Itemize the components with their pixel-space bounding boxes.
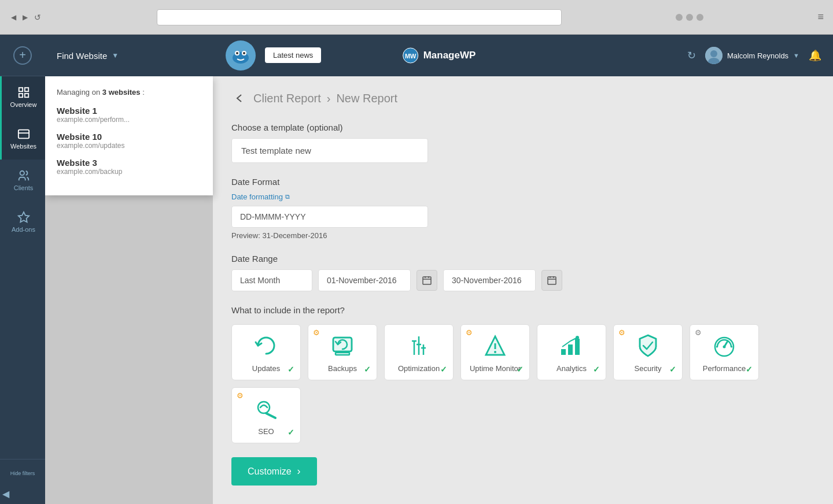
user-chevron-icon: ▼ [793,52,799,59]
site-1-name: Website 1 [57,106,201,116]
svg-rect-1 [24,88,28,91]
date-format-link[interactable]: Date formatting ⧉ [231,192,814,201]
date-range-section-label: Date Range [231,254,814,264]
find-website-label: Find Website [57,51,107,61]
sync-icon[interactable]: ↻ [687,49,696,62]
optimization-label: Optimization [398,364,440,373]
sidebar-label-addons: Add-ons [12,226,35,233]
svg-marker-7 [18,212,28,222]
report-item-seo[interactable]: ⚙ SEO ✓ [231,387,301,443]
analytics-check-icon: ✓ [593,365,600,374]
forward-arrow-icon[interactable]: ▶ [21,13,29,21]
header-right: ↻ Malcolm Reynolds ▼ 🔔 [687,47,821,64]
date-range-section: Date Range Last Month [231,254,814,291]
report-item-security[interactable]: ⚙ Security ✓ [613,324,683,380]
back-arrow-icon [234,92,245,104]
security-label: Security [635,364,662,373]
mascot [224,39,257,74]
date-format-preview: Preview: 31-December-2016 [231,231,814,240]
report-item-optimization[interactable]: Optimization ✓ [384,324,454,380]
performance-label: Performance [703,364,746,373]
report-item-uptime[interactable]: ⚙ Uptime Monitor ✓ [460,324,530,380]
clients-icon [17,169,30,182]
site-3-url: example.com/backup [57,168,201,176]
mascot-icon [224,39,257,72]
svg-point-43 [576,336,579,339]
template-select[interactable]: Test template new [231,138,428,163]
performance-check-icon: ✓ [746,365,753,374]
date-range-select[interactable]: Last Month [231,269,312,291]
svg-rect-40 [561,349,566,355]
report-item-backups[interactable]: ⚙ Backups ✓ [308,324,377,380]
main-content: Client Report › New Report Choose a temp… [213,76,833,504]
report-item-analytics[interactable]: Analytics ✓ [537,324,606,380]
analytics-icon [558,332,585,360]
user-name: Malcolm Reynolds [727,51,788,60]
svg-rect-29 [336,353,349,355]
uptime-label: Uptime Monitor [470,364,521,373]
dropdown-site-3[interactable]: Website 3 example.com/backup [57,158,201,176]
report-item-updates[interactable]: Updates ✓ [231,324,301,380]
template-value: Test template new [241,146,311,155]
hide-filters-button[interactable]: Hide filters [0,459,45,488]
back-arrow-icon[interactable]: ◀ [9,13,17,21]
latest-news-button[interactable]: Latest news [265,47,321,63]
analytics-label: Analytics [556,364,587,373]
sidebar-label-clients: Clients [14,184,34,191]
svg-rect-41 [568,344,573,355]
svg-rect-23 [548,277,556,284]
svg-line-50 [266,413,275,418]
sidebar-bottom: Hide filters ◀ [0,459,45,504]
sidebar-item-websites[interactable]: Websites [0,118,45,160]
back-button[interactable] [231,90,248,106]
uptime-icon [481,332,509,360]
url-bar[interactable] [157,9,562,25]
dropdown-managing-text: Managing on 3 websites : [57,88,201,97]
find-website-dropdown[interactable]: Find Website ▼ [57,51,184,61]
seo-icon [252,395,280,423]
date-start-calendar-button[interactable] [417,270,437,291]
date-range-row: Last Month [231,269,814,291]
sidebar-item-addons[interactable]: Add-ons [0,201,45,243]
dropdown-site-1[interactable]: Website 1 example.com/perform... [57,106,201,124]
site-3-name: Website 3 [57,158,201,168]
add-website-button[interactable]: + [0,35,45,76]
date-end-calendar-button[interactable] [541,270,562,291]
user-menu[interactable]: Malcolm Reynolds ▼ [705,47,799,64]
sidebar-collapse-icon[interactable]: ◀ [0,488,12,499]
backups-icon [329,332,356,360]
date-end-input[interactable] [443,269,536,291]
managing-count: 3 websites [102,88,141,97]
customize-button[interactable]: Customize › [231,457,317,486]
site-2-name: Website 10 [57,132,201,142]
date-start-input[interactable] [318,269,411,291]
report-item-performance[interactable]: ⚙ Perfor [690,324,759,380]
customize-arrow-icon: › [297,465,301,477]
dropdown-site-2[interactable]: Website 10 example.com/updates [57,132,201,150]
security-icon [634,332,662,360]
calendar-icon-2 [547,276,556,285]
date-format-input[interactable] [231,206,428,228]
updates-label: Updates [252,364,280,373]
bell-icon[interactable]: 🔔 [809,49,821,62]
report-include-label: What to include in the report? [231,305,814,315]
browser-chrome: ◀ ▶ ↺ ≡ [0,0,833,35]
template-section: Choose a template (optional) Test templa… [231,123,814,163]
backups-label: Backups [328,364,357,373]
date-format-section: Date Format Date formatting ⧉ Preview: 3… [231,177,814,240]
managing-text: Managing on [57,88,100,97]
optimization-check-icon: ✓ [440,365,447,374]
updates-icon [252,332,280,360]
browser-menu-icon[interactable]: ≡ [817,11,824,23]
svg-point-6 [20,171,24,175]
sidebar-item-clients[interactable]: Clients [0,160,45,201]
refresh-icon[interactable]: ↺ [32,12,43,23]
sidebar-label-websites: Websites [10,143,36,150]
website-dropdown: Managing on 3 websites : Website 1 examp… [45,76,213,195]
brand-icon: MW [403,47,419,64]
brand-name: ManageWP [423,50,476,61]
date-format-section-label: Date Format [231,177,814,187]
site-2-url: example.com/updates [57,142,201,150]
seo-check-icon: ✓ [288,428,294,437]
sidebar-item-overview[interactable]: Overview [0,76,45,118]
